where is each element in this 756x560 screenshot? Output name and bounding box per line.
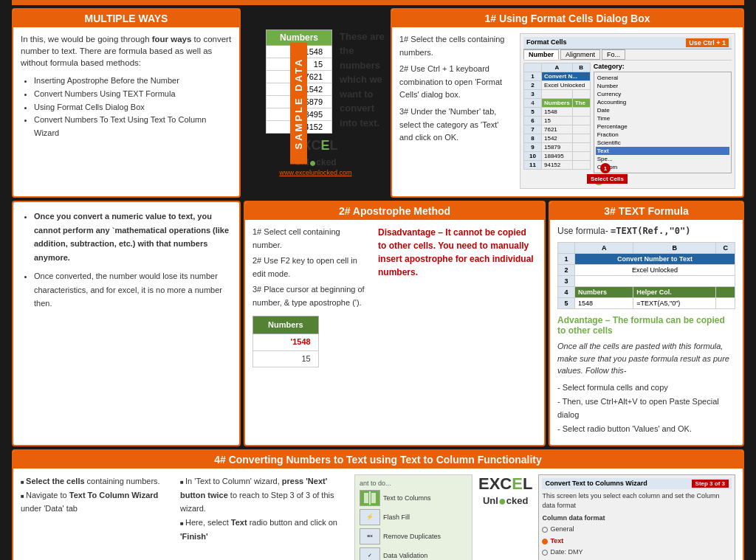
apostrophe-heading: 2# Apostrophe Method: [245, 202, 544, 220]
note-1: Once you convert a numeric value to text…: [34, 210, 232, 265]
radio-date-label: Date: DMY: [550, 547, 583, 558]
col-label-helper: Helper Col.: [633, 287, 716, 298]
column-wizard-heading: 4# Converting Numbers to Text using Text…: [13, 451, 743, 469]
format-cells-heading: 1# Using Format Cells Dialog Box: [392, 10, 743, 27]
fc-category-panel: Category: General Number Currency Accoun…: [594, 63, 732, 185]
cat-number: Number: [596, 82, 729, 90]
fc-body: AB 1Convert N... 2Excel Unlocked 3 4Numb…: [523, 63, 732, 185]
validation-icon[interactable]: ✓: [360, 547, 380, 560]
col-c-empty: [716, 287, 735, 298]
remove-dups-icon[interactable]: ≡×: [360, 528, 380, 545]
apostrophe-steps: 1# Select cell containing number. 2# Use…: [252, 226, 371, 367]
copy-step-2: - Then, use Ctrl+Alt+V to open Paste Spe…: [557, 395, 735, 421]
apo-step-1: 1# Select cell containing number.: [252, 226, 371, 252]
copy-step-3: - Select radio button 'Values' and OK.: [557, 423, 735, 436]
fc-tab-number[interactable]: Number: [523, 49, 559, 60]
col-label-numbers: Numbers: [575, 287, 633, 298]
radio-date: Date: DMY: [542, 547, 732, 558]
bottom-section: 4# Converting Numbers to Text using Text…: [12, 449, 744, 560]
select-cells-button[interactable]: Select Cells: [587, 174, 628, 184]
flash-fill-label: Flash Fill: [383, 514, 410, 521]
top-section: MULTIPLE WAYS In this, we would be going…: [12, 8, 744, 198]
wizard-desc: This screen lets you select each column …: [542, 491, 732, 511]
note-2: Once converted, the number would lose it…: [34, 269, 232, 311]
multiple-ways-heading: MULTIPLE WAYS: [13, 10, 239, 27]
wizard-body: This screen lets you select each column …: [542, 491, 732, 560]
fc-use-ctrl: Use Ctrl + 1: [686, 38, 729, 47]
list-item: Convert Numbers Using TEXT Formula: [34, 88, 232, 101]
main-wrapper: CONVERT NUMBER TO TEXT IN EXCEL MULTIPLE…: [7, 0, 749, 560]
cell-c5: [716, 298, 735, 309]
category-list: General Number Currency Accounting Date …: [594, 72, 732, 173]
radio-text-circle[interactable]: [542, 539, 548, 545]
formula-label: Use formula-: [557, 226, 608, 236]
cat-scientific: Scientific: [596, 139, 729, 147]
bottom-left: Select the cells containing numbers. Nav…: [21, 474, 168, 560]
unlocked-text: Unl●cked: [483, 494, 528, 509]
fc-dialog-header: Format Cells Use Ctrl + 1: [523, 37, 732, 49]
text-to-columns-label: Text to Columns: [383, 494, 431, 502]
multiple-ways-intro: In this, we would be going through four …: [21, 33, 232, 69]
copy-steps: - Select formula cells and copy - Then, …: [557, 381, 735, 436]
apo-step-3: 3# Place cursor at beginning of number, …: [252, 283, 371, 309]
fc-spreadsheet: AB 1Convert N... 2Excel Unlocked 3 4Numb…: [523, 63, 591, 185]
format-cells-steps: 1# Select the cells containing numbers. …: [399, 33, 514, 189]
fc-tab-alignment[interactable]: Alignment: [560, 49, 600, 60]
cat-custom: Custom: [596, 163, 729, 171]
col2: In 'Text to Column' wizard, press 'Next'…: [180, 474, 343, 560]
sample-data-label: SAMPLE DATA: [290, 42, 307, 164]
spreadsheet-subtitle: Excel Unlocked: [575, 265, 735, 276]
col2-list: In 'Text to Column' wizard, press 'Next'…: [180, 474, 343, 543]
cat-text[interactable]: Text: [596, 147, 729, 155]
cat-percentage: Percentage: [596, 122, 729, 131]
step-2: 2# Use Ctrl + 1 keyboard combination to …: [399, 63, 514, 102]
radio-general-label: General: [550, 525, 574, 535]
col-header: [558, 243, 575, 254]
bottom-images: ant to do... Text to Columns ⚡ Flash Fil…: [354, 474, 735, 560]
step-1: 1# Select the cells containing numbers.: [399, 33, 514, 59]
apo-cell: '1548: [253, 334, 319, 351]
multiple-ways-list: Inserting Apostrophe Before the Number C…: [21, 75, 232, 139]
cat-time: Time: [596, 114, 729, 122]
cat-special: Spe...: [596, 155, 729, 163]
apo-cell: 15: [253, 350, 319, 367]
apostrophe-box: 2# Apostrophe Method 1# Select cell cont…: [244, 201, 546, 446]
format-cells-inner: 1# Select the cells containing numbers. …: [399, 33, 735, 189]
cat-fraction: Fraction: [596, 131, 729, 139]
formula-code: =TEXT(Ref.,"0"): [611, 226, 690, 236]
cat-currency: Currency: [596, 90, 729, 98]
wizard-format-label: Column data format: [542, 514, 732, 524]
list-item: Convert Numbers To Text Using Text To Co…: [34, 114, 232, 139]
radio-text-label: Text: [550, 536, 563, 547]
text-to-columns-icon[interactable]: [360, 490, 380, 506]
flash-fill-icon[interactable]: ⚡: [360, 509, 380, 525]
cell-b5: =TEXT(A5,"0"): [633, 298, 716, 309]
row-header: 4: [558, 287, 575, 298]
bottom-inner: Select the cells containing numbers. Nav…: [21, 474, 735, 560]
row-header: 5: [558, 298, 575, 309]
svg-rect-1: [371, 493, 376, 503]
wizard-step: Step 3 of 3: [692, 480, 729, 488]
col-header-c: C: [716, 243, 735, 254]
list-item: Using Format Cells Dialog Box: [34, 101, 232, 114]
data-tools-panel: ant to do... Text to Columns ⚡ Flash Fil…: [354, 474, 472, 560]
notes-box: Once you convert a numeric value to text…: [12, 201, 241, 446]
radio-general-circle[interactable]: [542, 527, 548, 533]
text-formula-box: 3# TEXT Formula Use formula- =TEXT(Ref.,…: [549, 201, 744, 446]
svg-rect-0: [364, 493, 368, 503]
radio-date-circle[interactable]: [542, 550, 548, 556]
format-cells-image: Format Cells Use Ctrl + 1 Number Alignme…: [520, 33, 735, 189]
dt-row-remove: ≡× Remove Duplicates: [360, 527, 467, 546]
category-label: Category:: [594, 63, 732, 70]
sample-data-box: SAMPLE DATA Numbers 1548 15 7621 1542 15…: [244, 8, 388, 198]
fc-tab-more[interactable]: Fo...: [602, 49, 625, 60]
remove-dups-label: Remove Duplicates: [383, 533, 441, 540]
cat-accounting: Accounting: [596, 98, 729, 106]
dt-row-textcol: Text to Columns: [360, 488, 467, 508]
bottom-left-list: Select the cells containing numbers. Nav…: [21, 474, 168, 516]
apostrophe-inner: 1# Select cell containing number. 2# Use…: [252, 226, 537, 367]
bl-item-2: Navigate to Text To Column Wizard under …: [21, 488, 168, 516]
row-header: 1: [558, 254, 575, 265]
fc-tabs: Number Alignment Fo...: [523, 49, 732, 61]
excel-logo-big: EXCEL: [478, 474, 532, 494]
